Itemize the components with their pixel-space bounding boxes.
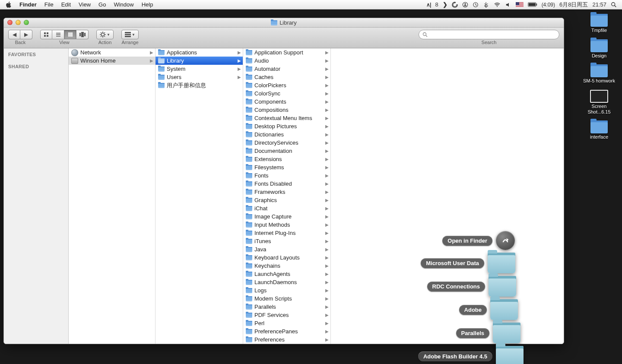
desktop-icon[interactable]: Design [580, 39, 619, 59]
col2-row[interactable]: Parallels▶ [243, 303, 330, 311]
col2-row[interactable]: Frameworks▶ [243, 188, 330, 196]
col2-row[interactable]: Input Methods▶ [243, 221, 330, 229]
col2-row[interactable]: Image Capture▶ [243, 212, 330, 221]
row-label: Fonts [254, 172, 269, 179]
adobe-menulet-icon[interactable]: ∧| [426, 2, 431, 8]
menu-window[interactable]: Window [110, 1, 137, 8]
col2-row[interactable]: ColorPickers▶ [243, 81, 330, 89]
stack-item[interactable]: RDC Connections [427, 276, 517, 297]
col2-row[interactable]: Contextual Menu Items▶ [243, 114, 330, 122]
user-icon[interactable] [462, 2, 468, 8]
view-icons-button[interactable] [40, 30, 52, 39]
sidebar-shared-header[interactable]: SHARED [4, 62, 68, 71]
menu-go[interactable]: Go [95, 1, 110, 8]
col2-row[interactable]: Automator▶ [243, 65, 330, 73]
spotlight-icon[interactable] [611, 2, 617, 8]
col2-row[interactable]: ColorSync▶ [243, 89, 330, 98]
back-button[interactable]: ◀ [8, 30, 20, 39]
desktop-icon-label: Design [592, 53, 606, 59]
col2-row[interactable]: Documentation▶ [243, 147, 330, 155]
col1-row[interactable]: Library▶ [156, 57, 243, 65]
col2-row[interactable]: Java▶ [243, 245, 330, 253]
col1-row[interactable]: Applications▶ [156, 48, 243, 57]
bluetooth-icon[interactable] [483, 2, 489, 8]
search-field[interactable] [419, 30, 559, 39]
stack-item[interactable]: Open in Finder [442, 231, 515, 250]
volume-icon[interactable] [505, 2, 511, 8]
col1-row[interactable]: 用户手册和信息 [156, 81, 243, 89]
chevron-right-icon: ▶ [325, 165, 329, 170]
col2-row[interactable]: Filesystems▶ [243, 163, 330, 171]
view-coverflow-button[interactable] [76, 30, 89, 39]
menubar-date[interactable]: 6月8日周五 [559, 1, 588, 9]
row-label: Network [80, 49, 101, 56]
col2-row[interactable]: Caches▶ [243, 73, 330, 81]
col2-row[interactable]: Modem Scripts▶ [243, 294, 330, 303]
view-list-button[interactable] [52, 30, 64, 39]
titlebar[interactable]: Library [4, 18, 564, 28]
window-zoom-button[interactable] [24, 20, 29, 25]
col2-row[interactable]: Fonts▶ [243, 171, 330, 180]
col0-row[interactable]: Network▶ [69, 48, 155, 57]
col2-row[interactable]: Graphics▶ [243, 196, 330, 204]
col2-row[interactable]: Desktop Pictures▶ [243, 122, 330, 130]
sync-icon[interactable] [452, 2, 458, 8]
col2-row[interactable]: Fonts Disabled▶ [243, 180, 330, 188]
stack-item[interactable]: Adobe [459, 299, 518, 320]
col2-row[interactable]: iChat▶ [243, 204, 330, 212]
row-label: System [167, 66, 185, 72]
desktop-icon[interactable]: interface [580, 120, 619, 140]
col2-row[interactable]: LaunchAgents▶ [243, 270, 330, 278]
col2-row[interactable]: LaunchDaemons▶ [243, 278, 330, 286]
col2-row[interactable]: Application Support▶ [243, 48, 330, 57]
forward-button[interactable]: ▶ [20, 30, 32, 39]
col2-row[interactable]: Logs▶ [243, 286, 330, 294]
stack-item[interactable]: Microsoft User Data [421, 253, 515, 273]
timemachine-icon[interactable] [473, 2, 479, 8]
column-0[interactable]: Network▶Winson Home▶ [69, 48, 156, 344]
col2-row[interactable]: Dictionaries▶ [243, 130, 330, 139]
stack-item[interactable]: Adobe Flash Builder 4.5 [418, 346, 524, 364]
column-1[interactable]: Applications▶Library▶System▶Users▶用户手册和信… [156, 48, 243, 344]
desktop-icon[interactable]: Screen Shot...6.15 [580, 90, 619, 114]
col2-row[interactable]: Keychains▶ [243, 262, 330, 270]
col1-row[interactable]: Users▶ [156, 73, 243, 81]
menu-view[interactable]: View [75, 1, 95, 8]
menu-edit[interactable]: Edit [57, 1, 75, 8]
col2-row[interactable]: PDF Services▶ [243, 311, 330, 319]
window-minimize-button[interactable] [16, 20, 21, 25]
sidebar-favorites-header[interactable]: FAVORITES [4, 50, 68, 59]
col2-row[interactable]: Internet Plug-Ins▶ [243, 229, 330, 237]
menulet-arrow-icon[interactable]: ❯ [443, 1, 447, 8]
column-2[interactable]: Application Support▶Audio▶Automator▶Cach… [243, 48, 331, 344]
col2-row[interactable]: iTunes▶ [243, 237, 330, 245]
col2-row[interactable]: Components▶ [243, 98, 330, 106]
col2-row[interactable]: Preferences▶ [243, 336, 330, 344]
menubar-time[interactable]: 21:57 [592, 1, 606, 8]
col2-row[interactable]: Extensions▶ [243, 155, 330, 163]
desktop-icon[interactable]: Tmpfile [580, 14, 619, 33]
menu-file[interactable]: File [41, 1, 57, 8]
col2-row[interactable]: DirectoryServices▶ [243, 139, 330, 147]
stack-item[interactable]: Parallels [456, 323, 521, 343]
window-close-button[interactable] [7, 20, 13, 25]
col2-row[interactable]: Perl▶ [243, 319, 330, 327]
col2-row[interactable]: PreferencePanes▶ [243, 327, 330, 336]
menubar[interactable]: Finder File Edit View Go Window Help ∧| … [0, 0, 622, 9]
col0-row[interactable]: Winson Home▶ [69, 57, 155, 65]
apple-menu-icon[interactable] [5, 1, 11, 8]
wifi-icon[interactable] [493, 2, 501, 8]
battery-icon[interactable] [528, 2, 537, 7]
input-source-flag-icon[interactable] [516, 2, 524, 7]
svg-rect-14 [56, 36, 60, 37]
view-columns-button[interactable] [64, 30, 76, 39]
col2-row[interactable]: Keyboard Layouts▶ [243, 253, 330, 262]
col1-row[interactable]: System▶ [156, 65, 243, 73]
menubar-app-name[interactable]: Finder [16, 1, 41, 8]
action-button[interactable]: ▼ [96, 30, 114, 39]
arrange-button[interactable]: ▼ [121, 30, 139, 39]
col2-row[interactable]: Compositions▶ [243, 106, 330, 114]
col2-row[interactable]: Audio▶ [243, 57, 330, 65]
menu-help[interactable]: Help [138, 1, 157, 8]
desktop-icon[interactable]: SM-5 homwork [580, 64, 619, 84]
